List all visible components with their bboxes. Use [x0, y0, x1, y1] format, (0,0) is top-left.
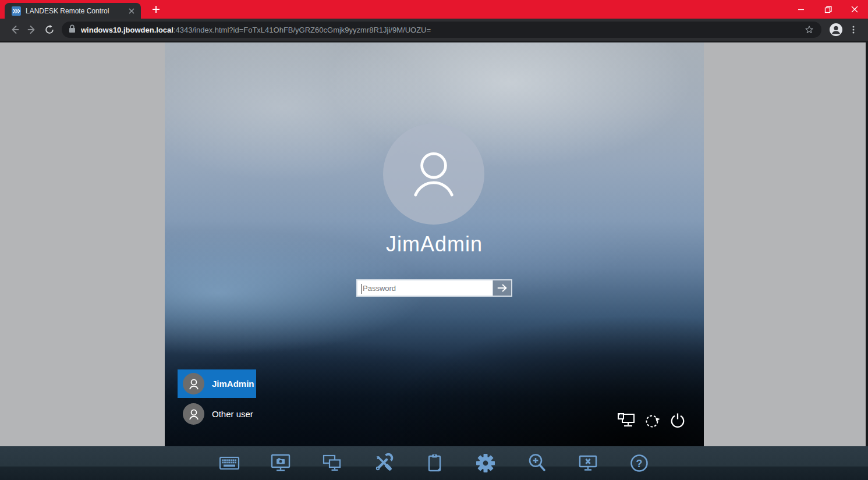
browser-titlebar: LANDESK Remote Control [0, 0, 868, 19]
tab-close-icon[interactable] [127, 6, 136, 16]
back-button[interactable] [6, 21, 23, 38]
user-list-item-other-user[interactable]: Other user [178, 400, 261, 428]
window-controls [788, 0, 868, 19]
user-avatar-icon [183, 373, 204, 394]
url-domain: windows10.jbowden.local [81, 26, 173, 34]
landesk-favicon-icon [12, 6, 21, 16]
close-window-button[interactable] [841, 0, 868, 19]
login-username: JimAdmin [165, 232, 704, 257]
remote-desktop-view[interactable]: JimAdmin [165, 42, 704, 446]
network-icon[interactable] [617, 412, 636, 429]
user-list-label: Other user [212, 409, 253, 419]
login-corner-icons [617, 412, 686, 429]
screen-capture-icon[interactable] [270, 453, 291, 474]
browser-window: LANDESK Remote Control [0, 0, 868, 480]
forward-button[interactable] [23, 21, 41, 38]
user-list-item-jimadmin[interactable]: JimAdmin [178, 369, 256, 398]
new-tab-button[interactable] [148, 1, 164, 17]
keyboard-icon[interactable] [219, 453, 240, 474]
ease-of-access-icon[interactable] [644, 412, 661, 429]
url-text: windows10.jbowden.local:4343/index.html?… [81, 26, 803, 34]
window-right-edge [866, 42, 868, 446]
user-list-label: JimAdmin [212, 379, 254, 389]
settings-gear-icon[interactable] [475, 453, 496, 474]
password-field-group [356, 279, 512, 297]
password-input[interactable] [357, 280, 492, 296]
address-bar[interactable]: windows10.jbowden.local:4343/index.html?… [62, 22, 821, 38]
remote-control-toolbar: ? [0, 446, 868, 480]
login-user-avatar [383, 123, 484, 225]
profile-avatar-button[interactable] [827, 21, 845, 38]
page-content: JimAdmin [0, 41, 868, 446]
tools-icon[interactable] [373, 453, 394, 474]
reload-button[interactable] [41, 21, 58, 38]
text-caret [362, 284, 362, 294]
help-icon[interactable]: ? [629, 453, 650, 474]
bookmark-star-icon[interactable] [803, 23, 816, 36]
url-path: :4343/index.html?id=FoTxL41OhFB/yGRZ60cG… [173, 26, 431, 34]
minimize-button[interactable] [788, 0, 814, 19]
browser-menu-icon[interactable] [845, 21, 862, 38]
tab-title: LANDESK Remote Control [26, 7, 127, 15]
blank-screen-icon[interactable] [578, 453, 598, 474]
zoom-in-icon[interactable] [526, 453, 547, 474]
user-avatar-icon [183, 403, 204, 425]
restore-button[interactable] [814, 0, 841, 19]
power-icon[interactable] [669, 412, 686, 429]
password-submit-button[interactable] [492, 280, 511, 296]
multi-monitor-icon[interactable] [321, 453, 342, 474]
clipboard-icon[interactable] [424, 453, 445, 474]
browser-tab[interactable]: LANDESK Remote Control [5, 3, 141, 19]
login-user-list: JimAdmin Other user [178, 369, 261, 428]
browser-navbar: windows10.jbowden.local:4343/index.html?… [0, 19, 868, 41]
help-glyph: ? [636, 458, 642, 470]
https-lock-icon[interactable] [69, 24, 76, 35]
